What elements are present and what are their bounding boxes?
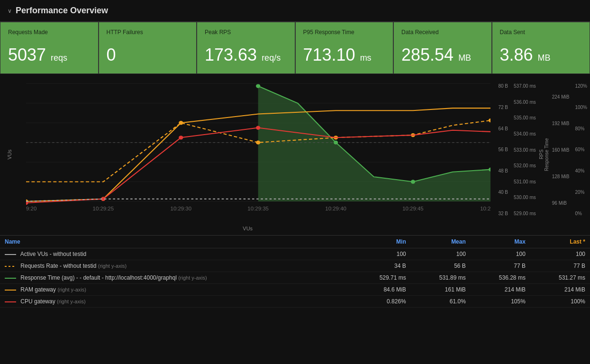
legend-max-cell: 77 B: [471, 260, 530, 272]
metric-value-5: 3.86 MB: [500, 45, 582, 65]
metric-card-3: P95 Response Time 713.10 ms: [295, 22, 394, 74]
svg-text:10:29:35: 10:29:35: [247, 206, 269, 211]
header: ∨ Performance Overview: [0, 0, 590, 21]
svg-text:10:29:45: 10:29:45: [402, 206, 424, 211]
legend-max-cell: 105%: [471, 296, 530, 308]
chart-x-label: VUs: [243, 226, 253, 231]
legend-name-cell: Active VUs - without testid: [0, 248, 351, 260]
legend-name-cell: RAM gateway (right y-axis): [0, 284, 351, 296]
legend-last-cell: 100: [530, 248, 590, 260]
legend-mean-cell: 161 MiB: [411, 284, 471, 296]
legend-row: CPU gateway (right y-axis) 0.826% 61.0% …: [0, 296, 590, 308]
svg-point-25: [411, 180, 415, 183]
metric-card-5: Data Sent 3.86 MB: [492, 22, 590, 74]
page-title: Performance Overview: [16, 6, 108, 16]
legend-last-cell: 77 B: [530, 260, 590, 272]
chevron-icon: ∨: [8, 8, 12, 14]
metric-label-4: Data Received: [401, 29, 484, 36]
metric-value-0: 5037 reqs: [8, 45, 91, 65]
legend-row: Requests Rate - without testid (right y-…: [0, 260, 590, 272]
metric-label-0: Requests Made: [8, 29, 91, 36]
main-chart-svg: 1000 500 200 100 50 20 10 10:29:20 10:29…: [26, 79, 490, 216]
legend-mean-cell: 100: [411, 248, 471, 260]
metric-card-0: Requests Made 5037 reqs: [0, 22, 99, 74]
svg-text:10:29:25: 10:29:25: [93, 206, 114, 211]
bytes-axis: 80 B 72 B 64 B 56 B 48 B 40 B 32 B: [495, 83, 511, 216]
legend-min-cell: 0.826%: [351, 296, 411, 308]
legend-mean-cell: 531.89 ms: [411, 272, 471, 284]
svg-point-24: [334, 141, 338, 145]
legend-row: RAM gateway (right y-axis) 84.6 MiB 161 …: [0, 284, 590, 296]
metric-value-2: 173.63 req/s: [205, 45, 287, 65]
svg-text:10:29:20: 10:29:20: [26, 206, 36, 211]
chart-right-axes: 80 B 72 B 64 B 56 B 48 B 40 B 32 B 537.0…: [495, 74, 590, 235]
svg-text:10:29:50: 10:29:50: [480, 206, 490, 211]
metric-cards: Requests Made 5037 reqs HTTP Failures 0 …: [0, 21, 590, 74]
rps-axis-label: RPS: [539, 88, 544, 221]
chart-main: VUs 1000 500 200 100 50 20 10 10:29:20 1…: [0, 74, 495, 235]
legend-max-cell: 214 MiB: [471, 284, 530, 296]
response-time-axis-label: Response Time: [544, 88, 549, 221]
legend-name-cell: CPU gateway (right y-axis): [0, 296, 351, 308]
svg-point-37: [256, 126, 260, 129]
legend-min-header: Min: [351, 236, 411, 248]
legend-max-header: Max: [471, 236, 530, 248]
percent-axis: 120% 100% 80% 60% 40% 20% 0%: [572, 83, 590, 216]
metric-value-1: 0: [107, 45, 189, 65]
metric-label-2: Peak RPS: [205, 29, 287, 36]
legend-max-cell: 100: [471, 248, 530, 260]
legend-mean-cell: 56 B: [411, 260, 471, 272]
svg-point-33: [179, 121, 183, 125]
metric-value-4: 285.54 MB: [401, 45, 484, 65]
chart-section: VUs 1000 500 200 100 50 20 10 10:29:20 1…: [0, 74, 590, 235]
legend-min-cell: 34 B: [351, 260, 411, 272]
metric-card-1: HTTP Failures 0: [99, 22, 197, 74]
svg-point-36: [179, 136, 183, 139]
rps-axis: 537.00 ms 536.00 ms 535.00 ms 534.00 ms …: [511, 83, 539, 216]
metric-card-4: Data Received 285.54 MB: [393, 22, 492, 74]
legend-last-header: Last *: [530, 236, 590, 248]
metric-label-1: HTTP Failures: [107, 29, 189, 36]
svg-text:10:29:30: 10:29:30: [171, 206, 192, 211]
svg-point-27: [256, 141, 260, 145]
svg-marker-21: [258, 86, 491, 201]
legend-table: Name Min Mean Max Last * Active VUs - wi…: [0, 235, 590, 308]
chart-y-label: VUs: [7, 150, 12, 160]
legend-row: Response Time (avg) - - default - http:/…: [0, 272, 590, 284]
legend-min-cell: 84.6 MiB: [351, 284, 411, 296]
legend-min-cell: 100: [351, 248, 411, 260]
metric-label-3: P95 Response Time: [303, 29, 386, 36]
metric-value-3: 713.10 ms: [303, 45, 386, 65]
legend-last-cell: 100%: [530, 296, 590, 308]
svg-text:10:29:40: 10:29:40: [325, 206, 346, 211]
legend-mean-header: Mean: [411, 236, 471, 248]
legend-last-cell: 214 MiB: [530, 284, 590, 296]
mib-axis: 224 MiB 192 MiB 160 MiB 128 MiB 96 MiB: [549, 83, 572, 216]
svg-point-30: [489, 118, 491, 122]
legend-name-cell: Response Time (avg) - - default - http:/…: [0, 272, 351, 284]
metric-label-5: Data Sent: [500, 29, 582, 36]
legend-name-header: Name: [0, 236, 351, 248]
legend-max-cell: 536.28 ms: [471, 272, 530, 284]
legend-mean-cell: 61.0%: [411, 296, 471, 308]
legend-name-cell: Requests Rate - without testid (right y-…: [0, 260, 351, 272]
legend-last-cell: 531.27 ms: [530, 272, 590, 284]
legend-min-cell: 529.71 ms: [351, 272, 411, 284]
svg-point-23: [256, 84, 260, 88]
legend-row: Active VUs - without testid 100 100 100 …: [0, 248, 590, 260]
metric-card-2: Peak RPS 173.63 req/s: [197, 22, 295, 74]
